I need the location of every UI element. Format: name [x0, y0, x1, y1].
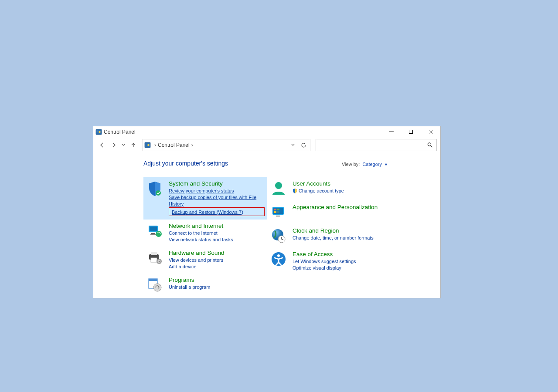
link-add-device[interactable]: Add a device: [169, 264, 225, 270]
breadcrumb-sep-icon: ›: [153, 142, 158, 148]
svg-point-19: [159, 260, 160, 261]
category-programs[interactable]: Programs Uninstall a program: [143, 274, 267, 297]
user-accounts-icon: [270, 180, 287, 197]
svg-rect-11: [151, 233, 155, 234]
link-network-status[interactable]: View network status and tasks: [169, 237, 233, 243]
category-title[interactable]: Clock and Region: [293, 227, 374, 235]
recent-locations-button[interactable]: [120, 140, 126, 150]
clock-icon: [270, 227, 287, 244]
category-title[interactable]: Network and Internet: [169, 222, 233, 230]
category-column-left: System and Security Review your computer…: [143, 177, 267, 297]
svg-point-22: [153, 284, 161, 291]
category-title[interactable]: User Accounts: [293, 180, 344, 188]
link-change-date-time[interactable]: Change date, time, or number formats: [293, 235, 374, 241]
chevron-down-icon: ▼: [384, 162, 388, 167]
svg-rect-10: [150, 226, 157, 231]
breadcrumb-root[interactable]: Control Panel: [158, 142, 190, 148]
svg-rect-15: [151, 252, 157, 255]
category-appearance-personalization[interactable]: Appearance and Personalization: [267, 201, 398, 224]
category-network-and-internet[interactable]: Network and Internet Connect to the Inte…: [143, 220, 267, 247]
category-title[interactable]: Programs: [169, 276, 210, 284]
svg-rect-29: [277, 211, 279, 213]
category-ease-of-access[interactable]: Ease of Access Let Windows suggest setti…: [267, 248, 398, 275]
address-icon: [144, 142, 151, 148]
svg-rect-16: [151, 258, 157, 262]
link-devices-printers[interactable]: View devices and printers: [169, 257, 225, 264]
titlebar: Control Panel: [93, 126, 440, 137]
svg-point-34: [277, 254, 280, 257]
svg-point-8: [156, 190, 161, 196]
search-icon: [427, 142, 433, 148]
minimize-button[interactable]: [381, 126, 401, 137]
category-user-accounts[interactable]: User Accounts Change account type: [267, 177, 398, 201]
link-backup-restore[interactable]: Backup and Restore (Windows 7): [172, 210, 243, 215]
svg-rect-21: [149, 279, 157, 281]
window-title: Control Panel: [104, 129, 136, 135]
programs-icon: [146, 276, 163, 294]
highlight-box: Backup and Restore (Windows 7): [169, 207, 265, 216]
svg-point-7: [428, 143, 431, 146]
category-system-and-security[interactable]: System and Security Review your computer…: [143, 177, 267, 220]
link-change-account-type[interactable]: Change account type: [299, 188, 344, 194]
up-button[interactable]: [128, 140, 138, 150]
address-bar[interactable]: › Control Panel ›: [143, 139, 310, 151]
back-button[interactable]: [97, 140, 107, 150]
svg-rect-26: [274, 209, 276, 210]
svg-rect-3: [97, 133, 98, 133]
control-panel-icon: [95, 129, 102, 135]
svg-rect-12: [150, 234, 156, 235]
svg-rect-30: [276, 216, 280, 216]
view-by-label: View by:: [342, 162, 360, 167]
close-button[interactable]: [421, 126, 440, 137]
svg-rect-2: [97, 132, 98, 132]
breadcrumb-sep-icon: ›: [190, 142, 195, 148]
link-windows-suggest[interactable]: Let Windows suggest settings: [293, 258, 356, 265]
content-area: Adjust your computer's settings View by:…: [93, 153, 440, 298]
link-optimize-display[interactable]: Optimize visual display: [293, 265, 356, 271]
network-icon: [146, 222, 163, 240]
category-title[interactable]: Hardware and Sound: [169, 249, 225, 257]
svg-point-13: [156, 231, 162, 237]
link-file-history[interactable]: Save backup copies of your files with Fi…: [169, 194, 265, 207]
forward-button[interactable]: [109, 140, 119, 150]
page-heading: Adjust your computer's settings: [143, 160, 228, 167]
address-history-button[interactable]: [289, 143, 297, 147]
category-column-right: User Accounts Change account type: [267, 177, 398, 297]
link-connect-internet[interactable]: Connect to the Internet: [169, 230, 233, 237]
control-panel-window: Control Panel: [93, 126, 441, 298]
category-clock-and-region[interactable]: Clock and Region Change date, time, or n…: [267, 224, 398, 248]
svg-point-23: [275, 182, 282, 189]
maximize-button[interactable]: [401, 126, 421, 137]
uac-shield-icon: [293, 189, 297, 193]
svg-rect-28: [274, 211, 276, 213]
svg-point-6: [147, 144, 150, 146]
category-title[interactable]: System and Security: [169, 180, 265, 188]
appearance-icon: [270, 203, 287, 221]
view-by-value: Category: [362, 162, 382, 167]
nav-row: › Control Panel ›: [93, 137, 440, 153]
view-by-selector[interactable]: View by: Category ▼: [342, 162, 388, 167]
search-input[interactable]: [316, 139, 437, 151]
shield-icon: [146, 180, 163, 197]
category-title[interactable]: Appearance and Personalization: [293, 203, 378, 211]
refresh-button[interactable]: [297, 142, 310, 148]
svg-rect-27: [277, 209, 279, 210]
svg-rect-1: [97, 131, 98, 131]
ease-of-access-icon: [270, 250, 287, 268]
category-hardware-and-sound[interactable]: Hardware and Sound View devices and prin…: [143, 247, 267, 274]
printer-icon: [146, 249, 163, 267]
svg-point-4: [99, 131, 101, 133]
link-review-status[interactable]: Review your computer's status: [169, 188, 265, 194]
category-title[interactable]: Ease of Access: [293, 250, 356, 258]
link-uninstall-program[interactable]: Uninstall a program: [169, 284, 210, 291]
